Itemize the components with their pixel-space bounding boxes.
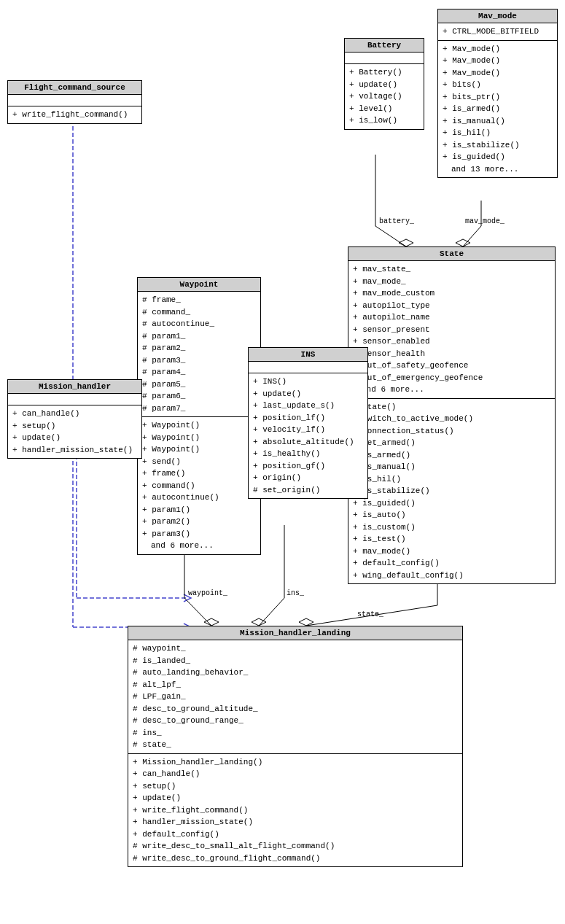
- waypoint-section-2: + Waypoint() + Waypoint() + Waypoint() +…: [138, 417, 260, 554]
- mav-mode-title: Mav_mode: [438, 9, 557, 23]
- mission-handler-section-1: [8, 394, 141, 405]
- mission-handler-landing-section-2: + Mission_handler_landing() + can_handle…: [128, 754, 462, 867]
- mission-handler-landing-title: Mission_handler_landing: [128, 626, 462, 640]
- svg-text:ins_: ins_: [287, 589, 305, 597]
- mav-mode-box: Mav_mode + CTRL_MODE_BITFIELD + Mav_mode…: [437, 9, 558, 178]
- svg-line-6: [375, 226, 406, 246]
- flight-command-source-section-1: [8, 95, 141, 106]
- ins-box: INS + INS() + update() + last_update_s()…: [248, 347, 368, 499]
- battery-box: Battery + Battery() + update() + voltage…: [344, 38, 424, 130]
- mav-mode-section-2: + Mav_mode() + Mav_mode() + Mav_mode() +…: [438, 41, 557, 178]
- state-title: State: [348, 247, 555, 261]
- flight-command-source-title: Flight_command_source: [8, 81, 141, 95]
- svg-text:state_: state_: [357, 610, 384, 618]
- svg-line-14: [184, 598, 211, 626]
- mission-handler-title: Mission_handler: [8, 380, 141, 394]
- svg-text:waypoint_: waypoint_: [188, 589, 228, 597]
- waypoint-box: Waypoint # frame_ # command_ # autoconti…: [137, 277, 261, 555]
- svg-marker-11: [456, 239, 470, 246]
- svg-line-22: [306, 605, 437, 626]
- battery-section-2: + Battery() + update() + voltage() + lev…: [345, 64, 424, 129]
- svg-marker-19: [252, 618, 266, 626]
- battery-section-1: [345, 53, 424, 64]
- flight-command-source-box: Flight_command_source + write_flight_com…: [7, 80, 142, 124]
- svg-text:battery_: battery_: [379, 217, 415, 225]
- mission-handler-section-2: + can_handle() + setup() + update() + ha…: [8, 405, 141, 458]
- mission-handler-landing-box: Mission_handler_landing # waypoint_ # is…: [128, 626, 463, 867]
- svg-marker-7: [399, 239, 413, 246]
- svg-text:mav_mode_: mav_mode_: [465, 217, 505, 225]
- ins-title: INS: [249, 348, 367, 362]
- waypoint-section-1: # frame_ # command_ # autocontinue_ # pa…: [138, 292, 260, 417]
- ins-section-1: [249, 362, 367, 373]
- state-section-1: + mav_state_ + mav_mode_ + mav_mode_cust…: [348, 261, 555, 399]
- battery-title: Battery: [345, 39, 424, 53]
- flight-command-source-section-2: + write_flight_command(): [8, 106, 141, 123]
- state-section-2: + State() + switch_to_active_mode() + co…: [348, 399, 555, 584]
- svg-marker-23: [299, 618, 313, 626]
- waypoint-title: Waypoint: [138, 278, 260, 292]
- mission-handler-landing-section-1: # waypoint_ # is_landed_ # auto_landing_…: [128, 640, 462, 754]
- svg-marker-15: [204, 618, 219, 626]
- mav-mode-section-1: + CTRL_MODE_BITFIELD: [438, 23, 557, 41]
- mission-handler-box: Mission_handler + can_handle() + setup()…: [7, 379, 142, 459]
- ins-section-2: + INS() + update() + last_update_s() + p…: [249, 373, 367, 498]
- svg-line-10: [463, 226, 481, 246]
- svg-line-18: [259, 598, 284, 626]
- state-box: State + mav_state_ + mav_mode_ + mav_mod…: [348, 246, 556, 584]
